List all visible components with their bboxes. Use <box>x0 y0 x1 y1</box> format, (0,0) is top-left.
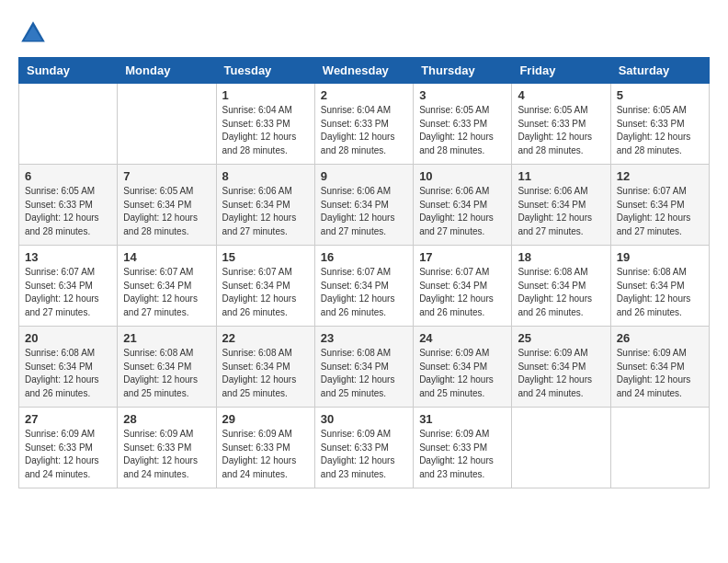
day-number: 8 <box>222 169 309 183</box>
calendar-day-cell: 6Sunrise: 6:05 AM Sunset: 6:33 PM Daylig… <box>19 165 118 246</box>
day-number: 3 <box>419 88 506 102</box>
logo-icon <box>18 18 48 48</box>
calendar-day-cell: 22Sunrise: 6:08 AM Sunset: 6:34 PM Dayli… <box>216 327 314 408</box>
calendar-week-row: 6Sunrise: 6:05 AM Sunset: 6:33 PM Daylig… <box>19 165 710 246</box>
calendar-day-cell: 18Sunrise: 6:08 AM Sunset: 6:34 PM Dayli… <box>512 246 610 327</box>
day-number: 1 <box>222 88 309 102</box>
day-info: Sunrise: 6:08 AM Sunset: 6:34 PM Dayligh… <box>25 347 111 400</box>
day-info: Sunrise: 6:08 AM Sunset: 6:34 PM Dayligh… <box>123 347 210 400</box>
calendar-day-cell: 10Sunrise: 6:06 AM Sunset: 6:34 PM Dayli… <box>414 165 512 246</box>
calendar-day-cell: 4Sunrise: 6:05 AM Sunset: 6:33 PM Daylig… <box>512 84 610 165</box>
calendar-day-cell: 31Sunrise: 6:09 AM Sunset: 6:33 PM Dayli… <box>414 408 512 488</box>
day-info: Sunrise: 6:09 AM Sunset: 6:33 PM Dayligh… <box>222 428 309 481</box>
calendar-day-cell <box>610 408 709 488</box>
day-number: 12 <box>617 169 703 183</box>
calendar-day-cell: 16Sunrise: 6:07 AM Sunset: 6:34 PM Dayli… <box>314 246 413 327</box>
day-number: 24 <box>419 331 506 345</box>
day-number: 26 <box>617 331 703 345</box>
day-info: Sunrise: 6:08 AM Sunset: 6:34 PM Dayligh… <box>222 347 309 400</box>
day-number: 4 <box>518 88 604 102</box>
day-info: Sunrise: 6:08 AM Sunset: 6:34 PM Dayligh… <box>321 347 407 400</box>
calendar-day-cell: 21Sunrise: 6:08 AM Sunset: 6:34 PM Dayli… <box>118 327 216 408</box>
day-info: Sunrise: 6:08 AM Sunset: 6:34 PM Dayligh… <box>617 266 703 319</box>
calendar-day-cell: 17Sunrise: 6:07 AM Sunset: 6:34 PM Dayli… <box>414 246 512 327</box>
day-number: 28 <box>123 412 210 426</box>
day-number: 31 <box>419 412 506 426</box>
day-number: 2 <box>321 88 407 102</box>
day-number: 21 <box>123 331 210 345</box>
calendar-day-cell: 2Sunrise: 6:04 AM Sunset: 6:33 PM Daylig… <box>314 84 413 165</box>
day-info: Sunrise: 6:09 AM Sunset: 6:33 PM Dayligh… <box>321 428 407 481</box>
day-of-week-header: Tuesday <box>216 58 314 84</box>
day-info: Sunrise: 6:07 AM Sunset: 6:34 PM Dayligh… <box>617 185 703 238</box>
day-info: Sunrise: 6:05 AM Sunset: 6:33 PM Dayligh… <box>617 104 703 157</box>
calendar-week-row: 20Sunrise: 6:08 AM Sunset: 6:34 PM Dayli… <box>19 327 710 408</box>
calendar-day-cell <box>118 84 216 165</box>
day-number: 18 <box>518 250 604 264</box>
calendar-day-cell: 26Sunrise: 6:09 AM Sunset: 6:34 PM Dayli… <box>610 327 709 408</box>
calendar-day-cell: 20Sunrise: 6:08 AM Sunset: 6:34 PM Dayli… <box>19 327 118 408</box>
calendar-day-cell: 29Sunrise: 6:09 AM Sunset: 6:33 PM Dayli… <box>216 408 314 488</box>
calendar-week-row: 27Sunrise: 6:09 AM Sunset: 6:33 PM Dayli… <box>19 408 710 488</box>
calendar-day-cell: 15Sunrise: 6:07 AM Sunset: 6:34 PM Dayli… <box>216 246 314 327</box>
day-number: 17 <box>419 250 506 264</box>
calendar-day-cell: 7Sunrise: 6:05 AM Sunset: 6:34 PM Daylig… <box>118 165 216 246</box>
day-info: Sunrise: 6:09 AM Sunset: 6:34 PM Dayligh… <box>518 347 604 400</box>
calendar-day-cell: 24Sunrise: 6:09 AM Sunset: 6:34 PM Dayli… <box>414 327 512 408</box>
day-number: 27 <box>25 412 111 426</box>
calendar-day-cell: 9Sunrise: 6:06 AM Sunset: 6:34 PM Daylig… <box>314 165 413 246</box>
day-info: Sunrise: 6:06 AM Sunset: 6:34 PM Dayligh… <box>419 185 506 238</box>
day-number: 20 <box>25 331 111 345</box>
calendar-week-row: 13Sunrise: 6:07 AM Sunset: 6:34 PM Dayli… <box>19 246 710 327</box>
day-number: 14 <box>123 250 210 264</box>
day-info: Sunrise: 6:06 AM Sunset: 6:34 PM Dayligh… <box>222 185 309 238</box>
calendar-day-cell: 30Sunrise: 6:09 AM Sunset: 6:33 PM Dayli… <box>314 408 413 488</box>
calendar-day-cell <box>512 408 610 488</box>
day-number: 6 <box>25 169 111 183</box>
day-info: Sunrise: 6:04 AM Sunset: 6:33 PM Dayligh… <box>321 104 407 157</box>
day-number: 22 <box>222 331 309 345</box>
calendar-day-cell: 25Sunrise: 6:09 AM Sunset: 6:34 PM Dayli… <box>512 327 610 408</box>
day-of-week-header: Friday <box>512 58 610 84</box>
calendar-day-cell: 27Sunrise: 6:09 AM Sunset: 6:33 PM Dayli… <box>19 408 118 488</box>
calendar-header-row: SundayMondayTuesdayWednesdayThursdayFrid… <box>19 58 710 84</box>
calendar-day-cell: 5Sunrise: 6:05 AM Sunset: 6:33 PM Daylig… <box>610 84 709 165</box>
calendar-day-cell: 11Sunrise: 6:06 AM Sunset: 6:34 PM Dayli… <box>512 165 610 246</box>
day-of-week-header: Wednesday <box>314 58 413 84</box>
calendar-day-cell: 19Sunrise: 6:08 AM Sunset: 6:34 PM Dayli… <box>610 246 709 327</box>
day-number: 16 <box>321 250 407 264</box>
calendar-day-cell: 3Sunrise: 6:05 AM Sunset: 6:33 PM Daylig… <box>414 84 512 165</box>
day-info: Sunrise: 6:05 AM Sunset: 6:33 PM Dayligh… <box>518 104 604 157</box>
day-info: Sunrise: 6:05 AM Sunset: 6:33 PM Dayligh… <box>25 185 111 238</box>
day-info: Sunrise: 6:07 AM Sunset: 6:34 PM Dayligh… <box>419 266 506 319</box>
logo <box>18 18 53 48</box>
day-info: Sunrise: 6:07 AM Sunset: 6:34 PM Dayligh… <box>222 266 309 319</box>
day-number: 23 <box>321 331 407 345</box>
calendar-day-cell <box>19 84 118 165</box>
day-of-week-header: Saturday <box>610 58 709 84</box>
calendar-table: SundayMondayTuesdayWednesdayThursdayFrid… <box>18 57 710 488</box>
day-number: 15 <box>222 250 309 264</box>
day-number: 13 <box>25 250 111 264</box>
calendar-day-cell: 13Sunrise: 6:07 AM Sunset: 6:34 PM Dayli… <box>19 246 118 327</box>
day-number: 10 <box>419 169 506 183</box>
day-info: Sunrise: 6:07 AM Sunset: 6:34 PM Dayligh… <box>321 266 407 319</box>
calendar-day-cell: 1Sunrise: 6:04 AM Sunset: 6:33 PM Daylig… <box>216 84 314 165</box>
page-header <box>18 18 710 48</box>
day-number: 19 <box>617 250 703 264</box>
day-of-week-header: Sunday <box>19 58 118 84</box>
calendar-day-cell: 12Sunrise: 6:07 AM Sunset: 6:34 PM Dayli… <box>610 165 709 246</box>
day-info: Sunrise: 6:08 AM Sunset: 6:34 PM Dayligh… <box>518 266 604 319</box>
day-info: Sunrise: 6:07 AM Sunset: 6:34 PM Dayligh… <box>123 266 210 319</box>
day-number: 11 <box>518 169 604 183</box>
day-info: Sunrise: 6:09 AM Sunset: 6:34 PM Dayligh… <box>419 347 506 400</box>
day-info: Sunrise: 6:09 AM Sunset: 6:34 PM Dayligh… <box>617 347 703 400</box>
day-info: Sunrise: 6:09 AM Sunset: 6:33 PM Dayligh… <box>419 428 506 481</box>
day-number: 7 <box>123 169 210 183</box>
day-info: Sunrise: 6:09 AM Sunset: 6:33 PM Dayligh… <box>25 428 111 481</box>
day-number: 5 <box>617 88 703 102</box>
day-of-week-header: Monday <box>118 58 216 84</box>
day-number: 29 <box>222 412 309 426</box>
day-info: Sunrise: 6:05 AM Sunset: 6:33 PM Dayligh… <box>419 104 506 157</box>
day-number: 25 <box>518 331 604 345</box>
